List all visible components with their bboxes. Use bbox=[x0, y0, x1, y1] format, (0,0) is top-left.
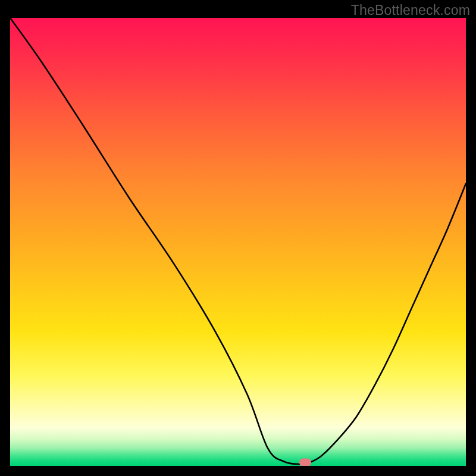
chart-frame: TheBottleneck.com bbox=[0, 0, 476, 476]
plot-area bbox=[10, 18, 466, 466]
bottleneck-curve bbox=[10, 18, 466, 466]
watermark-text: TheBottleneck.com bbox=[351, 2, 470, 18]
optimal-point-marker bbox=[299, 459, 311, 466]
